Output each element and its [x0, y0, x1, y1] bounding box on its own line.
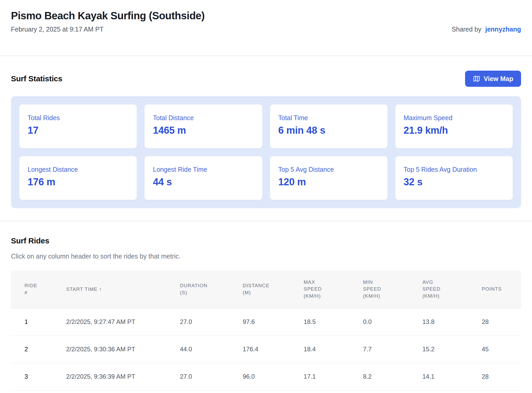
column-header-min-speed[interactable]: Min Speed (km/h)	[363, 279, 422, 300]
stat-value: 17	[28, 125, 128, 136]
table-row: 1 2/2/2025, 9:27:47 AM PT 27.0 97.6 18.5…	[11, 308, 521, 336]
sort-ascending-icon: ↑	[99, 286, 102, 292]
stat-value: 6 min 48 s	[278, 125, 379, 136]
stat-value: 44 s	[153, 176, 254, 188]
stats-panel: Total Rides 17 Total Distance 1465 m Tot…	[11, 96, 521, 208]
view-map-label: View Map	[484, 75, 513, 83]
stat-card-longest-ride-time: Longest Ride Time 44 s	[145, 156, 262, 200]
stat-label: Total Time	[278, 114, 379, 122]
section-divider	[0, 221, 532, 221]
table-row: 3 2/2/2025, 9:36:39 AM PT 27.0 96.0 17.1…	[11, 363, 521, 390]
cell-ride-number: 1	[24, 318, 66, 326]
cell-avg-speed: 15.2	[422, 346, 482, 353]
cell-duration: 27.0	[180, 318, 243, 326]
column-header-start-time-label: Start Time	[66, 286, 98, 292]
column-header-distance[interactable]: Distance (m)	[243, 282, 304, 296]
cell-avg-speed: 13.8	[422, 318, 482, 326]
map-icon	[473, 75, 480, 82]
cell-min-speed: 8.2	[363, 373, 422, 380]
rides-table: Ride # Start Time↑ Duration (s) Distance…	[11, 271, 521, 390]
stat-label: Top 5 Avg Distance	[278, 165, 379, 173]
shared-by-label: Shared by	[452, 26, 481, 33]
stat-value: 1465 m	[153, 125, 254, 136]
column-header-points[interactable]: Points	[482, 286, 521, 293]
stat-value: 120 m	[278, 176, 379, 188]
stat-card-maximum-speed: Maximum Speed 21.9 km/h	[395, 105, 513, 148]
cell-max-speed: 17.1	[304, 373, 363, 380]
cell-start-time: 2/2/2025, 9:27:47 AM PT	[66, 318, 180, 326]
stat-value: 32 s	[404, 176, 504, 188]
cell-min-speed: 7.7	[363, 346, 422, 353]
surf-statistics-heading: Surf Statistics	[11, 74, 62, 83]
column-header-start-time[interactable]: Start Time↑	[66, 285, 180, 293]
stat-label: Total Distance	[153, 114, 254, 122]
cell-max-speed: 18.5	[304, 318, 363, 326]
cell-min-speed: 0.0	[363, 318, 422, 326]
stat-card-total-time: Total Time 6 min 48 s	[270, 105, 387, 148]
stat-label: Total Rides	[28, 114, 128, 122]
header-divider	[0, 56, 532, 56]
column-header-avg-speed[interactable]: Avg Speed (km/h)	[422, 279, 482, 300]
cell-duration: 44.0	[180, 346, 243, 353]
stat-label: Maximum Speed	[404, 114, 504, 122]
session-header: Pismo Beach Kayak Surfing (Southside) Fe…	[0, 0, 532, 33]
cell-points: 28	[482, 318, 521, 326]
cell-avg-speed: 14.1	[422, 373, 482, 380]
column-header-duration[interactable]: Duration (s)	[180, 282, 243, 296]
cell-duration: 27.0	[180, 373, 243, 380]
surf-rides-heading: Surf Rides	[11, 236, 521, 245]
cell-distance: 96.0	[243, 373, 304, 380]
stat-card-top5-avg-duration: Top 5 Rides Avg Duration 32 s	[395, 156, 513, 200]
stat-card-top5-avg-distance: Top 5 Avg Distance 120 m	[270, 156, 387, 200]
cell-distance: 176.4	[243, 346, 304, 353]
page-title: Pismo Beach Kayak Surfing (Southside)	[11, 9, 521, 22]
cell-max-speed: 18.4	[304, 346, 363, 353]
cell-start-time: 2/2/2025, 9:36:39 AM PT	[66, 373, 180, 380]
stat-label: Longest Distance	[28, 165, 128, 173]
cell-start-time: 2/2/2025, 9:30:36 AM PT	[66, 346, 180, 353]
stat-card-total-distance: Total Distance 1465 m	[145, 105, 262, 148]
surf-rides-subtitle: Click on any column header to sort the r…	[11, 252, 521, 261]
cell-points: 45	[482, 346, 521, 353]
cell-ride-number: 2	[24, 346, 66, 353]
cell-ride-number: 3	[24, 373, 66, 380]
stat-value: 176 m	[28, 176, 128, 188]
stat-label: Longest Ride Time	[153, 165, 254, 173]
view-map-button[interactable]: View Map	[465, 71, 521, 87]
cell-distance: 97.6	[243, 318, 304, 326]
shared-by: Shared by jennyzhang	[452, 26, 521, 33]
session-date: February 2, 2025 at 9:17 AM PT	[11, 26, 104, 33]
shared-by-user-link[interactable]: jennyzhang	[485, 26, 521, 33]
rides-table-header: Ride # Start Time↑ Duration (s) Distance…	[11, 271, 521, 308]
stat-card-longest-distance: Longest Distance 176 m	[19, 156, 137, 200]
surf-rides-section: Surf Rides Click on any column header to…	[0, 236, 532, 390]
surf-statistics-section: Surf Statistics View Map Total Rides 17 …	[0, 71, 532, 208]
stat-label: Top 5 Rides Avg Duration	[404, 165, 504, 173]
table-row: 2 2/2/2025, 9:30:36 AM PT 44.0 176.4 18.…	[11, 336, 521, 363]
column-header-max-speed[interactable]: Max Speed (km/h)	[304, 279, 363, 300]
column-header-ride-number[interactable]: Ride #	[24, 282, 66, 296]
stat-card-total-rides: Total Rides 17	[19, 105, 137, 148]
cell-points: 28	[482, 373, 521, 380]
stat-value: 21.9 km/h	[404, 125, 504, 136]
page: Pismo Beach Kayak Surfing (Southside) Fe…	[0, 0, 532, 390]
